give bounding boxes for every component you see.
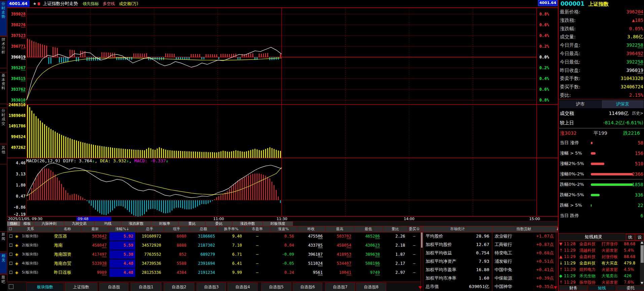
row-checkbox[interactable]: ☐: [9, 259, 14, 268]
alert-direction-icon: ▼: [559, 241, 564, 247]
macd-histogram-bar: [76, 194, 77, 200]
alerts-settings-button[interactable]: 设: [635, 234, 644, 241]
link-turnover[interactable]: 成交额(万): [119, 1, 138, 7]
alert-row[interactable]: ↑11:29清越科技火箭发射5.4%: [559, 247, 640, 254]
alert-row[interactable]: ↓11:29金盘科技有大买盘479.8: [559, 260, 640, 266]
volume-bar: [118, 148, 119, 158]
bottom-tab-自选股2[interactable]: 自选股2: [164, 283, 194, 291]
column-header-现手[interactable]: 现手: [164, 226, 189, 232]
alert-row[interactable]: ↑11:29振华股份火箭发射7.6%: [559, 279, 640, 286]
sidebar-bottom-tab-3[interactable]: 股吧: [0, 274, 7, 291]
link-leading-indicator[interactable]: 领先指标: [82, 1, 99, 7]
toolbar-button-封板率[interactable]: 封板率: [151, 221, 179, 226]
sidebar-tab-4[interactable]: 分时成交: [0, 108, 7, 143]
window-layout-icon[interactable]: [9, 284, 13, 289]
table-row[interactable]: ☐◈2(板块指)海南4580475.5934572920888821873027…: [7, 241, 421, 250]
column-header-涨幅%↓[interactable]: 涨幅%↓: [109, 226, 136, 232]
column-header-关系[interactable]: 关系: [7, 226, 54, 232]
column-header-总手[interactable]: 总手: [135, 226, 164, 232]
pct-axis-label: 0.4%: [539, 76, 549, 81]
favorite-star-icon[interactable]: ★: [33, 1, 37, 6]
pin-icon[interactable]: [38, 2, 40, 5]
sidebar-tab-3[interactable]: 基本资料: [0, 72, 7, 104]
market-tab-沪市[interactable]: 沪市: [559, 100, 601, 108]
scroll-down-icon[interactable]: [641, 282, 643, 284]
bottom-tab-板块指数[interactable]: 板块指数: [26, 283, 64, 291]
alerts-scrollbar[interactable]: [640, 241, 644, 285]
price-axis-label: 393010: [11, 98, 26, 102]
toolbar-button-涨跌停数[interactable]: 涨跌停数: [232, 221, 263, 226]
table-scrollbar[interactable]: [421, 233, 423, 248]
cell-最高: 534407: [325, 259, 354, 268]
tick-volume-bar-up: [52, 47, 53, 57]
toolbar-button-六脉神剑[interactable]: 六脉神剑: [34, 221, 64, 226]
index-contrib-row: 农业银行+1.07点: [492, 232, 556, 240]
bottom-tab-自选股3[interactable]: 自选股3: [196, 283, 226, 291]
row-checkbox[interactable]: ☐: [9, 250, 14, 259]
scroll-down-icon[interactable]: [419, 286, 422, 289]
bottom-tab-自选股6[interactable]: 自选股6: [293, 283, 322, 291]
toolbar-button-委比[interactable]: 委比: [206, 221, 232, 226]
bottom-tab-自选股4[interactable]: 自选股4: [227, 283, 258, 291]
column-header-市盈率[interactable]: 市盈率: [245, 226, 270, 232]
toolbar-button-均线[interactable]: 均线: [95, 221, 121, 226]
column-header-换手率%[interactable]: 换手率%: [218, 226, 245, 232]
column-header-昨收[interactable]: 昨收: [297, 226, 326, 232]
sidebar-bottom-tab-2[interactable]: 相关: [0, 253, 7, 274]
toolbar-button-量比[interactable]: 量比: [179, 221, 206, 226]
alert-row[interactable]: ↑11:29煜邦电力火箭发射4.5%: [559, 266, 640, 273]
toolbar-button-九转交易[interactable]: 九转交易: [64, 221, 95, 226]
table-row[interactable]: ☐◈1(板块指)变压器5036425.921916097260803186665…: [7, 232, 421, 241]
row-checkbox[interactable]: ☐: [9, 241, 14, 250]
toolbar-button-指标[interactable]: 指标: [7, 221, 21, 226]
macd-histogram-bar: [99, 200, 100, 213]
bottom-tab-自选股1[interactable]: 自选股1: [131, 283, 162, 291]
right-tab-短线[interactable]: 短线: [588, 285, 616, 291]
toolbar-button-涨跌家数[interactable]: 涨跌家数: [121, 221, 151, 226]
column-header-名称[interactable]: 名称: [54, 226, 81, 232]
column-header-量比[interactable]: 量比: [383, 226, 408, 232]
bottom-tab-自选股8[interactable]: 自选股8: [356, 283, 386, 291]
column-header-委买①[interactable]: 委买①: [408, 226, 421, 232]
time-scroll-thumb[interactable]: 09:48: [76, 217, 111, 221]
volume-bar: [114, 148, 115, 158]
breadth-row: 跌幅0%-2%1858: [560, 179, 643, 190]
row-checkbox[interactable]: ☐: [9, 232, 14, 241]
volume-bar: [167, 150, 168, 158]
volume-bar: [204, 152, 205, 158]
sidebar-tab-5[interactable]: 其他: [0, 144, 7, 164]
sidebar-bottom-tab-1[interactable]: 新闻: [0, 231, 7, 252]
scroll-up-icon[interactable]: [641, 241, 643, 244]
bottom-tab-上证指数[interactable]: 上证指数: [65, 283, 98, 291]
intraday-chart[interactable]: 3990283982763975233967713960193952673945…: [7, 7, 559, 217]
alert-row[interactable]: ▼11:28金盘科技打开涨停88.68: [559, 241, 640, 247]
sidebar-tab-2[interactable]: 技术分析: [0, 36, 7, 68]
alerts-stat-button[interactable]: 统: [626, 234, 635, 241]
history-link[interactable]: 历史>: [632, 109, 643, 118]
tick-volume-bar-down: [59, 57, 60, 63]
alert-row[interactable]: ▲11:29金盘科技封涨停板88.68: [559, 254, 640, 260]
column-header-涨速%[interactable]: 涨速%: [270, 226, 297, 232]
toolbar-button-模板[interactable]: 模板: [21, 221, 34, 226]
bottom-tab-自选股7[interactable]: 自选股7: [325, 283, 355, 291]
right-tab-财务[interactable]: 财务: [559, 285, 587, 291]
column-header-最高[interactable]: 最高: [325, 226, 354, 232]
macd-histogram-bar: [138, 200, 138, 217]
toolbar-button-封板强度[interactable]: 封板强度: [263, 221, 293, 226]
alert-row[interactable]: ◆11:29禾元生物大笔卖出426: [559, 273, 640, 279]
alerts-scroll-thumb[interactable]: [641, 245, 644, 263]
table-row[interactable]: ☐◈3(板块指)海南国资4174975.3877635528526892796.…: [7, 250, 421, 259]
row-checkbox[interactable]: ☐: [9, 268, 14, 277]
bottom-tab-自选股5[interactable]: 自选股5: [261, 283, 291, 291]
column-header-最新[interactable]: 最新: [81, 226, 110, 232]
table-row[interactable]: ☐◈5(板块指)昨日连板99894.4828125336438421912349…: [7, 268, 421, 277]
column-header-总额[interactable]: 总额: [189, 226, 218, 232]
link-long-short-line[interactable]: 多空线: [103, 1, 115, 7]
column-header-最低[interactable]: 最低: [354, 226, 383, 232]
cell-最新: 458047: [81, 241, 109, 250]
right-tab-委托[interactable]: 委托: [616, 285, 644, 291]
sidebar-tab-1[interactable]: 分时走势: [0, 1, 7, 36]
bottom-tab-自选股[interactable]: 自选股: [99, 283, 129, 291]
market-tab-沪深京[interactable]: 沪深京: [602, 100, 644, 108]
table-row[interactable]: ☐◈4(板块指)海南自贸5339384.48347395365588239169…: [7, 259, 421, 268]
